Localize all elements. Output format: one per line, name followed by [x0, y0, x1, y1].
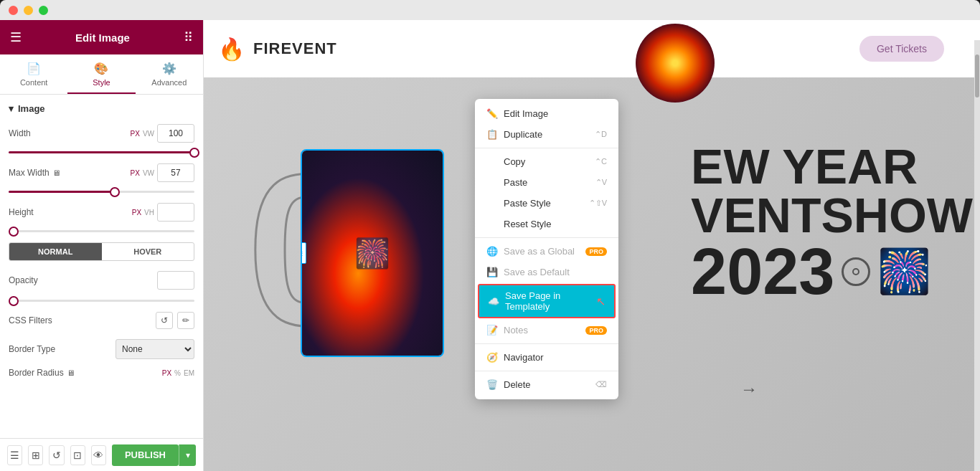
maximize-button[interactable]: [39, 6, 48, 15]
css-filters-label: CSS Filters: [9, 315, 156, 325]
width-unit-px[interactable]: PX: [131, 130, 140, 138]
get-tickets-button[interactable]: Get Tickets: [859, 36, 944, 62]
ctx-save-templately[interactable]: ☁️ Save Page in Templately ↖: [478, 284, 616, 318]
duplicate-icon: 📋: [486, 129, 498, 140]
section-collapse-icon[interactable]: ▾: [9, 103, 14, 114]
resize-handle-left[interactable]: ⋮: [301, 242, 306, 264]
ctx-paste[interactable]: Paste ⌃V: [475, 172, 618, 193]
ctx-paste-style[interactable]: Paste Style ⌃⇧V: [475, 193, 618, 214]
ctx-divider-1: [475, 148, 618, 148]
ctx-duplicate[interactable]: 📋 Duplicate ⌃D: [475, 124, 618, 145]
ctx-divider-2: [475, 237, 618, 238]
css-filters-row: CSS Filters ↺ ✏: [9, 312, 194, 329]
ctx-reset-style[interactable]: Reset Style: [475, 214, 618, 234]
new-year-line2: VENTSHOW: [691, 191, 973, 239]
grid-icon[interactable]: ⠿: [184, 29, 193, 45]
notes-icon: 📝: [486, 325, 498, 336]
image-widget[interactable]: 🎆 ⋮: [301, 149, 444, 357]
edit-image-icon: ✏️: [486, 108, 498, 119]
max-width-unit-vw[interactable]: VW: [143, 169, 154, 177]
publish-group: PUBLISH ▾: [112, 444, 196, 466]
opacity-input[interactable]: [157, 271, 194, 290]
preview-icon[interactable]: 👁: [91, 445, 106, 465]
duplicate-shortcut: ⌃D: [595, 130, 607, 139]
templates-icon[interactable]: ⊡: [70, 445, 85, 465]
ctx-navigator[interactable]: 🧭 Navigator: [475, 347, 618, 368]
opacity-label: Opacity: [9, 275, 157, 285]
publish-button[interactable]: PUBLISH: [112, 444, 179, 466]
normal-hover-tabs: NORMAL HOVER: [9, 242, 194, 261]
css-filter-edit-btn[interactable]: ✏: [177, 312, 194, 329]
opacity-slider[interactable]: [9, 300, 194, 302]
hover-tab[interactable]: HOVER: [102, 243, 194, 260]
ctx-duplicate-label: Duplicate: [504, 129, 542, 140]
border-radius-icon: 🖥: [67, 368, 75, 377]
tab-advanced[interactable]: ⚙️ Advanced: [136, 54, 203, 94]
hamburger-icon[interactable]: ☰: [10, 29, 22, 45]
border-type-row: Border Type None Solid Dashed Dotted Dou…: [9, 339, 194, 359]
layers-icon[interactable]: ☰: [7, 445, 22, 465]
height-slider[interactable]: [9, 230, 194, 232]
content-tab-icon: 📄: [27, 62, 41, 75]
border-type-select[interactable]: None Solid Dashed Dotted Double: [116, 339, 194, 359]
save-default-icon: 💾: [486, 267, 498, 277]
notes-badge: PRO: [585, 326, 607, 335]
scrollbar-thumb[interactable]: [975, 54, 979, 97]
year-display: 2023 🎆: [691, 239, 973, 304]
cursor-indicator: ↖: [596, 295, 606, 308]
height-input[interactable]: [157, 203, 194, 222]
circle-decoration: [842, 257, 870, 286]
height-unit-vh[interactable]: VH: [144, 209, 154, 217]
ctx-copy[interactable]: Copy ⌃C: [475, 151, 618, 172]
section-label: Image: [18, 103, 45, 114]
css-filter-reset-btn[interactable]: ↺: [156, 312, 173, 329]
width-units: PX VW: [131, 130, 154, 138]
save-global-icon: 🌐: [486, 246, 498, 257]
css-filter-buttons: ↺ ✏: [156, 312, 194, 329]
delete-icon: 🗑️: [486, 379, 498, 390]
left-panel: ☰ Edit Image ⠿ 📄 Content 🎨 Style ⚙️ Adva…: [0, 20, 204, 471]
minimize-button[interactable]: [24, 6, 33, 15]
width-slider[interactable]: [9, 151, 194, 153]
panel-bottom: ☰ ⊞ ↺ ⊡ 👁 PUBLISH ▾: [0, 438, 203, 471]
border-radius-unit-em[interactable]: EM: [184, 369, 194, 377]
publish-arrow-button[interactable]: ▾: [179, 444, 196, 466]
ctx-paste-label: Paste: [504, 177, 527, 188]
history-icon[interactable]: ↺: [49, 445, 64, 465]
close-button[interactable]: [9, 6, 18, 15]
ctx-edit-image-label: Edit Image: [504, 108, 548, 119]
panel-title: Edit Image: [75, 32, 130, 44]
ctx-notes[interactable]: 📝 Notes PRO: [475, 320, 618, 341]
ctx-save-default[interactable]: 💾 Save as Default: [475, 262, 618, 282]
ctx-save-global[interactable]: 🌐 Save as a Global PRO: [475, 241, 618, 262]
year-text: 2023: [691, 239, 834, 304]
ctx-edit-image[interactable]: ✏️ Edit Image: [475, 103, 618, 124]
height-unit-px[interactable]: PX: [132, 209, 141, 217]
ctx-notes-label: Notes: [504, 325, 528, 336]
copy-shortcut: ⌃C: [595, 157, 607, 166]
ctx-save-default-label: Save as Default: [504, 267, 570, 277]
border-radius-unit-pct[interactable]: %: [174, 369, 181, 377]
max-width-input[interactable]: 57: [157, 163, 194, 182]
max-width-label: Max Width 🖥: [9, 168, 131, 178]
firevent-logo-text: FIREVENT: [253, 39, 337, 58]
width-input[interactable]: 100: [157, 124, 194, 143]
panel-header: ☰ Edit Image ⠿: [0, 20, 203, 54]
ctx-delete[interactable]: 🗑️ Delete ⌫: [475, 374, 618, 395]
arrow-decoration: →: [740, 379, 758, 399]
ctx-reset-style-label: Reset Style: [504, 219, 551, 229]
max-width-unit-px[interactable]: PX: [131, 169, 140, 177]
context-menu: ✏️ Edit Image 📋 Duplicate ⌃D Copy: [475, 99, 618, 399]
border-radius-unit-px[interactable]: PX: [162, 369, 171, 377]
image-section-header: ▾ Image: [9, 103, 194, 114]
width-unit-vw[interactable]: VW: [143, 130, 154, 138]
ctx-save-global-label: Save as a Global: [504, 246, 575, 257]
tab-content[interactable]: 📄 Content: [0, 54, 67, 94]
normal-tab[interactable]: NORMAL: [9, 243, 102, 260]
widgets-icon[interactable]: ⊞: [28, 445, 43, 465]
tab-style[interactable]: 🎨 Style: [67, 54, 135, 94]
new-year-line1: EW YEAR: [691, 142, 973, 191]
max-width-slider[interactable]: [9, 191, 194, 193]
border-type-label: Border Type: [9, 344, 116, 354]
vertical-scrollbar[interactable]: [974, 40, 980, 471]
